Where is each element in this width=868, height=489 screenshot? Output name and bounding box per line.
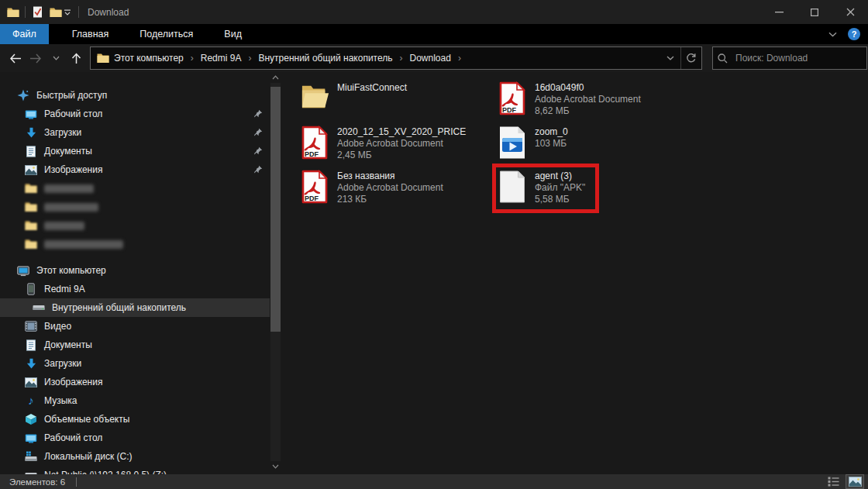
sidebar-item-рабочий-стол[interactable]: Рабочий стол <box>0 105 270 123</box>
file-tile-без-названия[interactable]: PDFБез названияAdobe Acrobat Document213… <box>301 170 491 214</box>
sidebar-item-label: Музыка <box>44 395 77 406</box>
breadcrumb-separator-icon[interactable]: › <box>185 53 199 64</box>
thumbnails-view-button[interactable] <box>846 475 863 488</box>
sidebar-item-blurred[interactable] <box>0 235 270 253</box>
breadcrumb-separator-icon[interactable]: › <box>453 53 467 64</box>
redacted-label <box>44 184 94 193</box>
items-count: Элементов: 6 <box>9 477 65 487</box>
breadcrumb-separator-icon[interactable]: › <box>394 53 408 64</box>
ribbon-collapse-icon[interactable] <box>828 32 837 37</box>
back-button[interactable] <box>6 48 25 68</box>
drive-icon <box>33 301 45 314</box>
sidebar-item-label: Видео <box>44 321 71 332</box>
details-view-button[interactable] <box>825 475 842 488</box>
file-tile-text: zoom_0103 МБ <box>535 126 568 170</box>
status-divider <box>76 477 77 487</box>
sidebar-item-этот-компьютер[interactable]: Этот компьютер <box>0 261 270 280</box>
window-folder-icon <box>7 6 19 19</box>
folder-open-icon <box>301 81 330 117</box>
minimize-button[interactable] <box>761 0 797 24</box>
recent-locations-icon[interactable] <box>46 48 65 68</box>
sidebar-item-изображения[interactable]: Изображения <box>0 160 270 179</box>
svg-text:PDF: PDF <box>502 106 517 114</box>
breadcrumb-item[interactable]: Этот компьютер <box>112 53 185 64</box>
ribbon-tabs: ФайлГлавнаяПоделитьсяВид <box>0 24 260 44</box>
qat-properties-button[interactable] <box>31 6 43 19</box>
file-size: 2,45 МБ <box>337 150 466 161</box>
file-tile-agent-3-[interactable]: agent (3)Файл "APK"5,58 МБ <box>498 170 689 214</box>
sidebar-item-локальный-диск-c-[interactable]: Локальный диск (C:) <box>0 447 270 466</box>
file-type: Файл "APK" <box>535 182 585 194</box>
folder-icon <box>25 238 37 250</box>
scroll-down-icon[interactable] <box>270 461 281 472</box>
folder-icon <box>25 201 37 213</box>
forward-button[interactable] <box>26 48 45 68</box>
sidebar-scrollbar[interactable] <box>270 72 281 474</box>
redacted-label <box>44 203 98 212</box>
close-button[interactable] <box>832 0 868 24</box>
sidebar-item-объемные-объекты[interactable]: Объемные объекты <box>0 410 270 429</box>
pin-icon[interactable] <box>253 165 263 174</box>
sidebar-item-рабочий-стол[interactable]: Рабочий стол <box>0 429 270 447</box>
pin-icon[interactable] <box>253 128 263 137</box>
search-box[interactable] <box>712 46 867 70</box>
scroll-up-icon[interactable] <box>270 72 281 83</box>
sidebar-item-label: Быстрый доступ <box>36 90 107 101</box>
sidebar-item-загрузки[interactable]: Загрузки <box>0 354 270 373</box>
refresh-button[interactable] <box>681 47 701 69</box>
sidebar-item-внутренний-общий-накопитель[interactable]: Внутренний общий накопитель <box>0 298 270 317</box>
sidebar-item-документы[interactable]: Документы <box>0 336 270 354</box>
file-size: 8,62 МБ <box>535 105 641 117</box>
sidebar-item-label: Внутренний общий накопитель <box>52 302 186 313</box>
titlebar-separator <box>25 6 26 18</box>
sidebar-item-загрузки[interactable]: Загрузки <box>0 123 270 142</box>
qat-dropdown-icon[interactable] <box>64 8 73 17</box>
sidebar-item-redmi-9a[interactable]: Redmi 9A <box>0 280 270 298</box>
sidebar-item-музыка[interactable]: ♪Музыка <box>0 391 270 410</box>
qat-folder-button[interactable] <box>50 6 62 19</box>
address-bar[interactable]: Этот компьютер›Redmi 9A›Внутренний общий… <box>90 46 702 70</box>
navigation-bar: Этот компьютер›Redmi 9A›Внутренний общий… <box>0 44 868 72</box>
titlebar-separator <box>78 6 79 18</box>
breadcrumb-separator-icon[interactable]: › <box>243 53 257 64</box>
sidebar-item-net-public-192-168-0-5-z-[interactable]: Net Public (\\192.168.0.5) (Z:) <box>0 466 270 474</box>
sidebar-item-изображения[interactable]: Изображения <box>0 373 270 391</box>
scrollbar-thumb[interactable] <box>270 87 281 332</box>
file-tile-zoom-0[interactable]: zoom_0103 МБ <box>498 126 689 170</box>
downloads-icon <box>25 126 37 139</box>
sidebar-item-blurred[interactable] <box>0 179 270 198</box>
sidebar-item-label: Изображения <box>44 377 102 387</box>
star-icon <box>17 89 29 102</box>
sidebar-item-blurred[interactable] <box>0 216 270 235</box>
pdf-icon: PDF <box>301 170 330 205</box>
maximize-button[interactable] <box>797 0 832 24</box>
address-dropdown-icon[interactable] <box>660 47 680 69</box>
help-icon[interactable]: ? <box>848 28 860 40</box>
folder-icon <box>25 219 37 232</box>
up-button[interactable] <box>67 48 85 68</box>
breadcrumb-item[interactable]: Redmi 9A <box>199 53 243 64</box>
pin-icon[interactable] <box>253 146 263 156</box>
pdf-icon: PDF <box>301 126 330 161</box>
file-tile-miuifastconnect[interactable]: MiuiFastConnect <box>301 81 491 126</box>
breadcrumb-item[interactable]: Download <box>408 53 453 64</box>
sidebar-item-видео[interactable]: Видео <box>0 317 270 336</box>
tab-Вид[interactable]: Вид <box>212 24 254 44</box>
file-tile-2020-12-15-xv-2020-price[interactable]: PDF2020_12_15_XV_2020_PRICEAdobe Acrobat… <box>301 126 491 170</box>
search-input[interactable] <box>734 52 858 64</box>
file-tile-16d0a049f0[interactable]: PDF16d0a049f0Adobe Acrobat Document8,62 … <box>498 81 689 126</box>
svg-text:PDF: PDF <box>305 195 319 202</box>
pin-icon[interactable] <box>253 109 263 119</box>
tab-Поделиться[interactable]: Поделиться <box>127 24 205 44</box>
sidebar-item-label: Рабочий стол <box>44 108 102 119</box>
sidebar-item-быстрый-доступ[interactable]: Быстрый доступ <box>0 86 270 105</box>
tab-Файл[interactable]: Файл <box>0 24 49 44</box>
sidebar-item-label: Локальный диск (C:) <box>44 451 133 462</box>
tab-Главная[interactable]: Главная <box>60 24 122 44</box>
downloads-icon <box>25 357 37 370</box>
sidebar-item-документы[interactable]: Документы <box>0 142 270 160</box>
sidebar-item-blurred[interactable] <box>0 198 270 216</box>
title-bar: Download <box>0 0 868 24</box>
breadcrumb-item[interactable]: Внутренний общий накопитель <box>257 53 394 64</box>
pictures-icon <box>25 376 37 388</box>
